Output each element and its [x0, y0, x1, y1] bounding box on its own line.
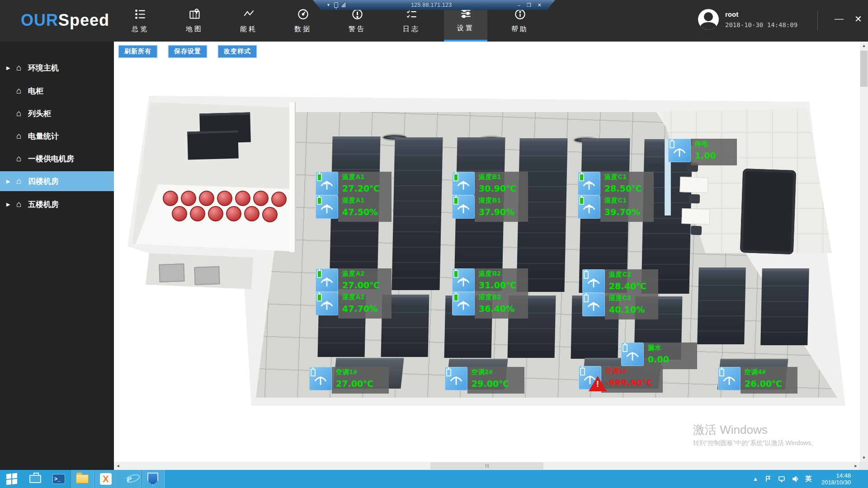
- scroll-right-icon[interactable]: ►: [852, 462, 860, 470]
- sidebar-label: 一楼供电机房: [28, 154, 74, 164]
- floorplan-3d: [114, 42, 860, 462]
- horizontal-scroll-thumb[interactable]: [430, 462, 543, 469]
- sensor-value: -999.90℃: [605, 378, 659, 388]
- sensor-group-A1[interactable]: 温度A1 27.20℃ 湿度A1 47.50%: [316, 172, 392, 222]
- vertical-scroll-thumb[interactable]: [860, 51, 868, 87]
- start-button[interactable]: [0, 470, 24, 488]
- rdp-connection-bar[interactable]: ▼ 125.88.171.123 – ❐ ✕: [313, 0, 555, 10]
- sensor-ac1[interactable]: 空调1# 27.00℃: [309, 367, 389, 394]
- battery-cylinder: [235, 191, 250, 206]
- clock-time: 14:48: [821, 472, 851, 479]
- temp-value: 31.00℃: [479, 280, 524, 290]
- battery-cylinder: [181, 191, 196, 206]
- battery-cylinder: [190, 206, 205, 221]
- expand-caret-icon[interactable]: ▶: [6, 65, 16, 71]
- leak-sensor-icon: [621, 343, 644, 366]
- office-desk: [681, 208, 710, 225]
- sensor-group-B2[interactable]: 温度B2 31.00℃ 湿度B2 36.40%: [452, 268, 528, 319]
- sensor-ac3-alarm[interactable]: 空调3# -999.90℃: [579, 366, 663, 393]
- rdp-restore-icon[interactable]: ❐: [527, 2, 531, 8]
- battery-cylinder: [253, 191, 269, 206]
- clock-date: 2018/10/30: [821, 479, 851, 486]
- sensor-group-B1[interactable]: 温度B1 30.90℃ 湿度B1 37.90%: [452, 172, 528, 222]
- scrollbar-corner: [860, 462, 868, 470]
- alert-icon: [351, 8, 363, 20]
- horizontal-scrollbar[interactable]: ◄ ►: [114, 462, 860, 470]
- tab-overview[interactable]: 总览: [118, 0, 162, 42]
- tab-energy[interactable]: 能耗: [227, 0, 270, 42]
- home-icon: ⌂: [16, 131, 28, 141]
- office-chair: [689, 194, 700, 204]
- close-button[interactable]: ✕: [854, 14, 862, 24]
- temp-value: 28.40℃: [609, 281, 654, 291]
- sensor-label: 空调2#: [472, 368, 520, 376]
- tray-expand-icon[interactable]: ▲: [753, 476, 758, 482]
- sidebar-item-floor4-room[interactable]: ▶ ⌂ 四楼机房: [0, 171, 114, 191]
- battery-cylinder: [226, 206, 241, 221]
- temp-label: 温度A1: [342, 173, 387, 181]
- vertical-scrollbar[interactable]: ▲ ▼: [860, 42, 868, 462]
- sidebar-item-env-host[interactable]: ▶ ⌂ 环境主机: [0, 58, 114, 78]
- tab-map[interactable]: 地图: [173, 0, 216, 42]
- sidebar-item-row-head-cabinet[interactable]: ⌂ 列头柜: [0, 103, 114, 123]
- battery-cylinder: [163, 191, 178, 206]
- office-desk: [679, 177, 708, 193]
- expand-caret-icon[interactable]: ▶: [6, 202, 16, 207]
- scroll-down-icon[interactable]: ▼: [860, 454, 868, 462]
- powershell-icon: >_: [52, 474, 65, 484]
- minimize-button[interactable]: —: [835, 14, 844, 24]
- sensor-group-A2[interactable]: 温度A2 27.00℃ 湿度A2 47.70%: [316, 268, 392, 319]
- sensor-ac2[interactable]: 空调2# 29.00℃: [445, 367, 524, 394]
- store-panel: [159, 263, 184, 282]
- sensor-water-leak[interactable]: 漏水 0.00: [621, 343, 697, 369]
- login-datetime: 2018-10-30 14:48:09: [725, 21, 797, 28]
- temp-sensor-icon: [452, 268, 475, 292]
- sensor-ac4[interactable]: 空调4# 26.00℃: [718, 367, 797, 394]
- humidity-sensor-icon: [452, 292, 475, 315]
- volume-icon[interactable]: [792, 475, 799, 483]
- humidity-sensor-icon: [452, 195, 475, 219]
- humidity-sensor-icon: [316, 292, 338, 315]
- nav-label: 数据: [294, 25, 311, 33]
- sidebar-item-floor5-room[interactable]: ▶ ⌂ 五楼机房: [0, 194, 114, 214]
- sidebar-item-floor1-power-room[interactable]: ⌂ 一楼供电机房: [0, 149, 114, 169]
- sidebar-item-power-cabinet[interactable]: ⌂ 电柜: [0, 81, 114, 101]
- xampp-button[interactable]: X: [94, 470, 118, 488]
- home-icon: ⌂: [16, 108, 28, 118]
- sensor-power-outage[interactable]: 停电 1.00: [668, 139, 737, 165]
- windows-logo-icon: [6, 473, 17, 485]
- nav-label: 日志: [403, 25, 420, 33]
- file-explorer-button[interactable]: [71, 470, 94, 488]
- nav-label: 帮助: [511, 25, 528, 33]
- scroll-left-icon[interactable]: ◄: [114, 462, 122, 470]
- rdp-close-icon[interactable]: ✕: [538, 2, 542, 8]
- log-icon: [406, 8, 418, 20]
- temp-value: 27.20℃: [342, 183, 387, 193]
- powershell-button[interactable]: >_: [47, 470, 71, 488]
- expand-caret-icon[interactable]: ▶: [6, 178, 16, 184]
- temp-label: 温度B2: [479, 270, 524, 278]
- sensor-group-C2[interactable]: 温度C2 28.40℃ 湿度C2 40.10%: [582, 269, 658, 319]
- sidebar-label: 列头柜: [28, 108, 51, 119]
- rdp-minimize-icon[interactable]: –: [518, 2, 520, 8]
- network-icon[interactable]: [778, 475, 785, 483]
- internet-explorer-button[interactable]: e: [118, 470, 141, 488]
- taskbar-clock[interactable]: 14:48 2018/10/30: [818, 472, 854, 486]
- battery-cylinder: [217, 191, 232, 206]
- rdp-dropdown-icon[interactable]: ▼: [326, 3, 330, 7]
- sensor-value: 27.00℃: [336, 379, 385, 389]
- sidebar-item-power-stats[interactable]: ⌂ 电量统计: [0, 126, 114, 146]
- user-box[interactable]: root 2018-10-30 14:48:09: [698, 9, 797, 30]
- scroll-up-icon[interactable]: ▲: [860, 42, 868, 50]
- rdp-pin-icon[interactable]: [334, 2, 338, 8]
- security-app-button[interactable]: [141, 470, 165, 488]
- sensor-group-C1[interactable]: 温度C1 28.50℃ 湿度C1 39.70%: [578, 172, 654, 222]
- battery-cylinder: [244, 206, 259, 221]
- language-indicator[interactable]: 英: [805, 475, 811, 483]
- home-icon: ⌂: [16, 154, 28, 164]
- rdp-signal-icon: [342, 3, 345, 7]
- humidity-sensor-icon: [582, 293, 605, 316]
- flag-icon[interactable]: [764, 475, 772, 483]
- server-manager-button[interactable]: [24, 470, 47, 488]
- humidity-sensor-icon: [578, 195, 600, 219]
